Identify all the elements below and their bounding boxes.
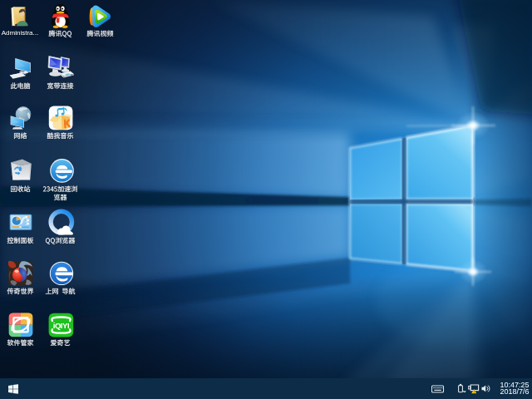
svg-text:iQIYI: iQIYI [53,321,70,330]
